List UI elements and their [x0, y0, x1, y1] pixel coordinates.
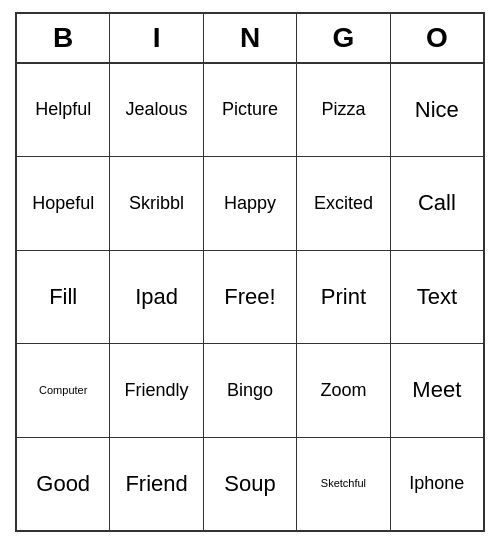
cell-text-0-4: Nice [415, 97, 459, 123]
header-letter-g: G [297, 14, 390, 62]
cell-text-0-3: Pizza [321, 99, 365, 121]
bingo-cell-2-3: Print [297, 251, 390, 343]
bingo-cell-4-3: Sketchful [297, 438, 390, 530]
bingo-cell-4-0: Good [17, 438, 110, 530]
bingo-row-4: GoodFriendSoupSketchfulIphone [17, 438, 483, 530]
cell-text-0-0: Helpful [35, 99, 91, 121]
header-letter-b: B [17, 14, 110, 62]
bingo-cell-0-3: Pizza [297, 64, 390, 156]
cell-text-2-3: Print [321, 284, 366, 310]
cell-text-1-3: Excited [314, 193, 373, 215]
bingo-row-1: HopefulSkribblHappyExcitedCall [17, 157, 483, 250]
cell-text-2-4: Text [417, 284, 457, 310]
cell-text-4-0: Good [36, 471, 90, 497]
cell-text-4-4: Iphone [409, 473, 464, 495]
cell-text-1-2: Happy [224, 193, 276, 215]
bingo-cell-3-1: Friendly [110, 344, 203, 436]
bingo-cell-0-0: Helpful [17, 64, 110, 156]
bingo-card: BINGO HelpfulJealousPicturePizzaNiceHope… [15, 12, 485, 532]
bingo-row-3: ComputerFriendlyBingoZoomMeet [17, 344, 483, 437]
cell-text-4-3: Sketchful [321, 477, 366, 490]
cell-text-2-2: Free! [224, 284, 275, 310]
bingo-cell-3-4: Meet [391, 344, 483, 436]
cell-text-3-3: Zoom [320, 380, 366, 402]
bingo-cell-1-2: Happy [204, 157, 297, 249]
cell-text-3-0: Computer [39, 384, 87, 397]
cell-text-4-2: Soup [224, 471, 275, 497]
header-letter-o: O [391, 14, 483, 62]
bingo-row-0: HelpfulJealousPicturePizzaNice [17, 64, 483, 157]
cell-text-0-2: Picture [222, 99, 278, 121]
bingo-cell-0-4: Nice [391, 64, 483, 156]
bingo-cell-1-1: Skribbl [110, 157, 203, 249]
bingo-cell-2-0: Fill [17, 251, 110, 343]
cell-text-0-1: Jealous [126, 99, 188, 121]
bingo-cell-1-0: Hopeful [17, 157, 110, 249]
header-letter-n: N [204, 14, 297, 62]
cell-text-2-0: Fill [49, 284, 77, 310]
bingo-cell-3-2: Bingo [204, 344, 297, 436]
bingo-row-2: FillIpadFree!PrintText [17, 251, 483, 344]
bingo-cell-4-2: Soup [204, 438, 297, 530]
bingo-cell-3-0: Computer [17, 344, 110, 436]
cell-text-4-1: Friend [125, 471, 187, 497]
cell-text-3-1: Friendly [125, 380, 189, 402]
cell-text-2-1: Ipad [135, 284, 178, 310]
bingo-cell-4-1: Friend [110, 438, 203, 530]
bingo-cell-2-2: Free! [204, 251, 297, 343]
header-letter-i: I [110, 14, 203, 62]
bingo-cell-2-1: Ipad [110, 251, 203, 343]
cell-text-1-0: Hopeful [32, 193, 94, 215]
cell-text-1-1: Skribbl [129, 193, 184, 215]
cell-text-3-4: Meet [412, 377, 461, 403]
bingo-cell-2-4: Text [391, 251, 483, 343]
cell-text-1-4: Call [418, 190, 456, 216]
bingo-cell-1-3: Excited [297, 157, 390, 249]
bingo-cell-0-2: Picture [204, 64, 297, 156]
bingo-cell-0-1: Jealous [110, 64, 203, 156]
bingo-cell-4-4: Iphone [391, 438, 483, 530]
cell-text-3-2: Bingo [227, 380, 273, 402]
bingo-cell-1-4: Call [391, 157, 483, 249]
bingo-grid: HelpfulJealousPicturePizzaNiceHopefulSkr… [17, 64, 483, 530]
bingo-header: BINGO [17, 14, 483, 64]
bingo-cell-3-3: Zoom [297, 344, 390, 436]
